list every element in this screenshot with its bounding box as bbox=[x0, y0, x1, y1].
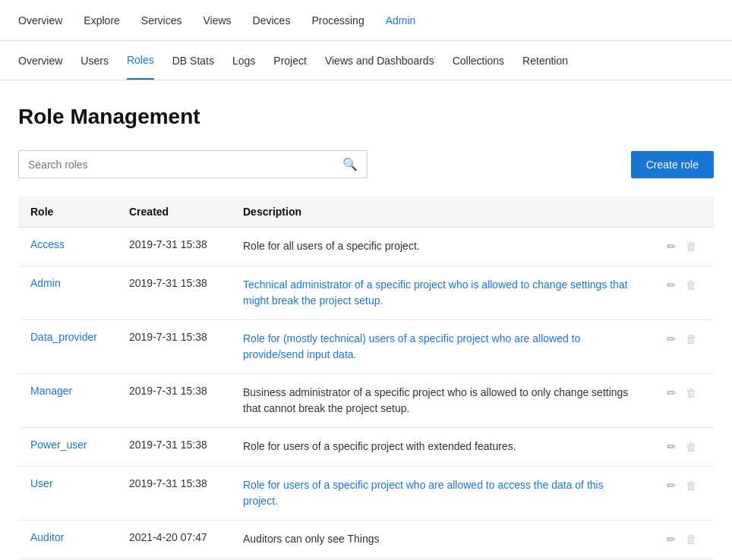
search-box: 🔍 bbox=[18, 150, 368, 178]
toolbar: 🔍 Create role bbox=[18, 150, 714, 178]
role-created: 2019-7-31 15:38 bbox=[117, 320, 231, 374]
table-row: Data_provider2019-7-31 15:38Role for (mo… bbox=[18, 320, 714, 374]
top-nav-item-devices[interactable]: Devices bbox=[253, 11, 291, 30]
edit-role-button[interactable] bbox=[662, 439, 681, 455]
create-role-button[interactable]: Create role bbox=[631, 151, 714, 178]
role-created: 2019-7-31 15:38 bbox=[117, 228, 231, 266]
col-header-description: Description bbox=[231, 197, 650, 228]
table-row: Auditor2021-4-20 07:47Auditors can only … bbox=[18, 521, 714, 559]
role-created: 2019-7-31 15:38 bbox=[117, 374, 231, 428]
role-created: 2021-4-20 07:47 bbox=[117, 521, 231, 559]
sub-nav-item-overview[interactable]: Overview bbox=[18, 42, 62, 79]
top-nav-item-processing[interactable]: Processing bbox=[311, 11, 364, 30]
delete-role-button[interactable] bbox=[681, 477, 702, 494]
role-name[interactable]: User bbox=[30, 477, 53, 489]
top-nav-item-explore[interactable]: Explore bbox=[84, 11, 119, 30]
role-name[interactable]: Admin bbox=[30, 277, 61, 289]
col-header-created: Created bbox=[117, 197, 231, 228]
table-row: Access2019-7-31 15:38Role for all users … bbox=[18, 228, 714, 266]
roles-table: Role Created Description Access2019-7-31… bbox=[18, 197, 714, 559]
edit-role-button[interactable] bbox=[662, 238, 681, 255]
role-description: Role for users of a specific project wit… bbox=[231, 428, 650, 467]
table-row: Manager2019-7-31 15:38Business administr… bbox=[18, 374, 714, 428]
sub-nav-item-retention[interactable]: Retention bbox=[522, 42, 568, 79]
role-description: Role for all users of a specific project… bbox=[231, 228, 650, 266]
col-header-actions bbox=[650, 197, 714, 228]
top-nav-item-admin[interactable]: Admin bbox=[386, 11, 416, 30]
delete-role-button[interactable] bbox=[681, 331, 702, 348]
sub-nav-item-views-and-dashboards[interactable]: Views and Dashboards bbox=[325, 42, 434, 79]
edit-role-button[interactable] bbox=[662, 277, 681, 294]
delete-role-button[interactable] bbox=[681, 439, 702, 455]
role-name[interactable]: Manager bbox=[30, 385, 72, 397]
sub-nav-item-project[interactable]: Project bbox=[273, 42, 307, 79]
table-row: Admin2019-7-31 15:38Technical administra… bbox=[18, 266, 714, 320]
search-icon: 🔍 bbox=[342, 157, 358, 171]
role-description: Auditors can only see Things bbox=[231, 521, 650, 559]
col-header-role: Role bbox=[18, 197, 117, 228]
table-row: Power_user2019-7-31 15:38Role for users … bbox=[18, 428, 714, 467]
edit-role-button[interactable] bbox=[662, 477, 681, 494]
role-description: Role for users of a specific project who… bbox=[231, 467, 650, 521]
edit-role-button[interactable] bbox=[662, 385, 681, 401]
table-header: Role Created Description bbox=[18, 197, 714, 228]
top-nav-item-services[interactable]: Services bbox=[141, 11, 182, 30]
role-name[interactable]: Data_provider bbox=[30, 331, 97, 343]
search-input[interactable] bbox=[28, 159, 342, 171]
sub-nav-item-roles[interactable]: Roles bbox=[127, 42, 154, 80]
top-nav-item-views[interactable]: Views bbox=[204, 11, 232, 30]
role-name[interactable]: Auditor bbox=[30, 531, 64, 543]
role-description: Business administrator of a specific pro… bbox=[231, 374, 650, 428]
role-created: 2019-7-31 15:38 bbox=[117, 428, 231, 467]
role-description: Technical administrator of a specific pr… bbox=[231, 266, 650, 320]
edit-role-button[interactable] bbox=[662, 531, 681, 548]
delete-role-button[interactable] bbox=[681, 385, 702, 401]
role-description: Role for (mostly technical) users of a s… bbox=[231, 320, 650, 374]
page-title: Role Management bbox=[18, 105, 714, 129]
sub-nav-item-collections[interactable]: Collections bbox=[453, 42, 504, 79]
page-content: Role Management 🔍 Create role Role Creat… bbox=[0, 80, 732, 560]
sub-nav-item-users[interactable]: Users bbox=[80, 42, 109, 79]
delete-role-button[interactable] bbox=[681, 238, 702, 255]
top-nav-items: OverviewExploreServicesViewsDevicesProce… bbox=[18, 11, 714, 30]
sub-nav-item-logs[interactable]: Logs bbox=[232, 42, 255, 79]
role-created: 2019-7-31 15:38 bbox=[117, 467, 231, 521]
table-row: User2019-7-31 15:38Role for users of a s… bbox=[18, 467, 714, 521]
delete-role-button[interactable] bbox=[681, 531, 702, 548]
sub-nav-item-db-stats[interactable]: DB Stats bbox=[172, 42, 214, 79]
delete-role-button[interactable] bbox=[681, 277, 702, 294]
role-name[interactable]: Power_user bbox=[30, 439, 87, 451]
edit-role-button[interactable] bbox=[662, 331, 681, 348]
role-name[interactable]: Access bbox=[30, 238, 65, 250]
role-created: 2019-7-31 15:38 bbox=[117, 266, 231, 320]
top-nav-item-overview[interactable]: Overview bbox=[18, 11, 62, 30]
sub-nav: OverviewUsersRolesDB StatsLogsProjectVie… bbox=[0, 41, 732, 80]
top-nav: OverviewExploreServicesViewsDevicesProce… bbox=[0, 0, 732, 41]
table-body: Access2019-7-31 15:38Role for all users … bbox=[18, 228, 714, 559]
